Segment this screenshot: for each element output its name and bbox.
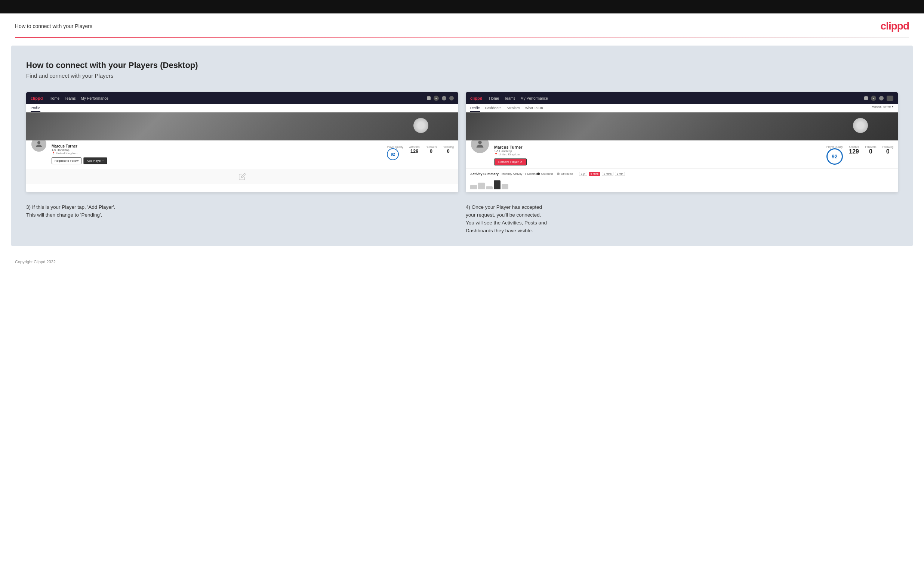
profile-buttons-left: Request to Follow Add Player + <box>52 157 382 164</box>
avatar-icon-right <box>475 139 485 149</box>
chart-bar-4 <box>494 181 501 189</box>
right-nav-home: Home <box>489 96 499 100</box>
right-nav-icons: ● <box>864 96 893 101</box>
quality-circle-left: 92 <box>387 148 399 160</box>
period-1yr[interactable]: 1 yr <box>579 172 587 176</box>
following-stat-right: Following 0 <box>882 146 893 155</box>
user-dropdown[interactable]: Marcus Turner ▾ <box>872 104 893 108</box>
activities-stat-left: Activities 129 <box>409 146 420 154</box>
activity-controls: On course Off course 1 yr 6 mths 3 mths … <box>537 172 625 176</box>
location-pin-icon: 📍 <box>52 152 55 155</box>
user-icon: ● <box>434 96 439 101</box>
profile-info-left: Marcus Turner 1-5 Handicap 📍 United King… <box>52 143 382 164</box>
tab-profile-right[interactable]: Profile <box>470 104 480 112</box>
followers-stat-right: Followers 0 <box>865 146 876 155</box>
description-right: 4) Once your Player has acceptedyour req… <box>466 203 898 235</box>
clippd-logo: clippd <box>880 20 909 32</box>
screenshot-left: clippd Home Teams My Performance ● Profi… <box>26 92 458 192</box>
stats-row-right: Player Quality 92 Activities 129 Followe… <box>826 143 893 165</box>
right-nav: clippd Home Teams My Performance ● <box>466 92 898 104</box>
description-text-left: 3) If this is your Player tap, 'Add Play… <box>26 203 458 219</box>
main-content: How to connect with your Players (Deskto… <box>11 45 913 246</box>
page-header-title: How to connect with your Players <box>15 23 92 29</box>
pencil-icon <box>239 173 246 181</box>
search-icon <box>427 96 431 100</box>
activity-summary-header: Activity Summary Monthly Activity · 6 Mo… <box>470 172 893 176</box>
stats-row-left: Player Quality 92 Activities 129 Followe… <box>387 143 454 160</box>
left-nav-icons: ● <box>427 96 454 101</box>
following-stat-left: Following 0 <box>443 146 454 154</box>
page-footer: Copyright Clippd 2022 <box>0 253 924 270</box>
activity-summary: Activity Summary Monthly Activity · 6 Mo… <box>466 168 898 192</box>
activity-summary-subtitle: Monthly Activity · 6 Months <box>502 172 537 176</box>
descriptions-row: 3) If this is your Player tap, 'Add Play… <box>26 203 898 235</box>
tab-profile-left[interactable]: Profile <box>31 104 40 112</box>
pencil-area <box>26 169 458 184</box>
player-quality-left: Player Quality 92 <box>387 146 403 160</box>
description-left: 3) If this is your Player tap, 'Add Play… <box>26 203 458 235</box>
profile-name-right: Marcus Turner <box>494 145 822 149</box>
user-icon-right: ● <box>871 96 876 101</box>
settings-icon <box>442 96 446 100</box>
tab-whattoon-right[interactable]: What To On <box>525 104 543 112</box>
profile-info-right: Marcus Turner 1-5 Handicap 📍 United King… <box>494 143 822 166</box>
profile-name-left: Marcus Turner <box>52 144 382 148</box>
chart-bar-5 <box>502 184 508 189</box>
screenshots-row: clippd Home Teams My Performance ● Profi… <box>26 92 898 192</box>
screenshot-right: clippd Home Teams My Performance ● Profi… <box>466 92 898 192</box>
globe-icon-right <box>887 96 893 101</box>
top-bar <box>0 0 924 13</box>
profile-section-right: Marcus Turner 1-5 Handicap 📍 United King… <box>466 140 898 168</box>
copyright-text: Copyright Clippd 2022 <box>15 259 56 264</box>
chart-bar-2 <box>478 183 485 189</box>
right-tabs: Profile Dashboard Activities What To On … <box>466 104 898 113</box>
quality-circle-right: 92 <box>826 148 843 165</box>
profile-handicap-left: 1-5 Handicap <box>52 148 382 152</box>
golf-banner-right <box>466 113 898 140</box>
main-subtitle: Find and connect with your Players <box>26 73 898 79</box>
header-divider <box>15 37 909 38</box>
left-nav-logo: clippd <box>31 96 43 100</box>
tab-activities-right[interactable]: Activities <box>507 104 520 112</box>
chart-bar-1 <box>470 185 477 189</box>
search-icon-right <box>864 96 868 100</box>
player-quality-right: Player Quality 92 <box>826 146 843 165</box>
profile-handicap-right: 1-5 Handicap <box>494 149 822 153</box>
legend-off-course <box>557 172 560 175</box>
avatar-icon-left <box>34 140 44 148</box>
svg-point-1 <box>478 141 481 144</box>
chart-bar-3 <box>486 186 493 189</box>
right-nav-teams: Teams <box>504 96 515 100</box>
golf-banner-left <box>26 113 458 140</box>
profile-location-left: 📍 United Kingdom <box>52 152 382 155</box>
period-6mths[interactable]: 6 mths <box>589 172 600 176</box>
tab-dashboard-right[interactable]: Dashboard <box>485 104 502 112</box>
svg-point-0 <box>37 141 40 144</box>
profile-section-left: Marcus Turner 1-5 Handicap 📍 United King… <box>26 140 458 169</box>
location-pin-icon-right: 📍 <box>494 153 498 156</box>
right-nav-logo: clippd <box>470 96 482 100</box>
left-nav-performance: My Performance <box>81 96 108 100</box>
remove-player-button[interactable]: Remove Player ✕ <box>494 158 527 166</box>
request-follow-button[interactable]: Request to Follow <box>52 157 81 164</box>
globe-icon <box>449 96 454 100</box>
left-nav-teams: Teams <box>65 96 76 100</box>
activities-stat-right: Activities 129 <box>849 146 859 155</box>
left-nav-home: Home <box>49 96 60 100</box>
period-1mth[interactable]: 1 mth <box>615 172 625 176</box>
left-nav: clippd Home Teams My Performance ● <box>26 92 458 104</box>
add-player-button[interactable]: Add Player + <box>83 157 107 164</box>
left-tabs: Profile <box>26 104 458 113</box>
main-title: How to connect with your Players (Deskto… <box>26 61 898 70</box>
right-nav-performance: My Performance <box>521 96 548 100</box>
profile-location-right: 📍 United Kingdom <box>494 153 822 156</box>
activity-chart <box>470 179 893 189</box>
period-3mths[interactable]: 3 mths <box>602 172 613 176</box>
legend-on-course <box>537 172 540 175</box>
description-text-right: 4) Once your Player has acceptedyour req… <box>466 203 898 235</box>
followers-stat-left: Followers 0 <box>425 146 436 154</box>
activity-summary-title: Activity Summary <box>470 172 499 176</box>
page-header: How to connect with your Players clippd <box>0 13 924 37</box>
settings-icon-right <box>879 96 884 100</box>
